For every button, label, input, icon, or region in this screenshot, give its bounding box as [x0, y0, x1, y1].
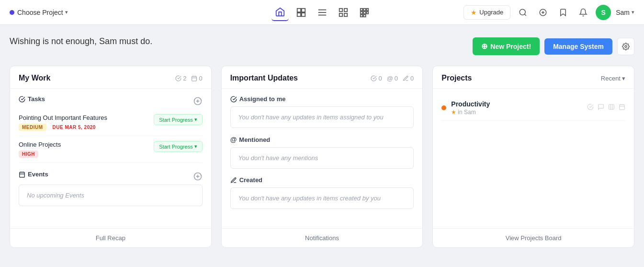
page-header: Wishing is not enough, Sam must do. ⊕ Ne… [10, 36, 634, 56]
svg-rect-21 [363, 14, 366, 17]
task-info: Pointing Out Important Features MEDIUM D… [19, 114, 107, 131]
chevron-down-small-icon: ▾ [194, 116, 197, 123]
my-work-title: My Work [19, 74, 50, 82]
recent-dropdown-button[interactable]: Recent ▾ [601, 75, 625, 82]
updates-mention-count: @ 0 [387, 75, 398, 82]
project-color-dot [441, 105, 446, 110]
gear-icon [622, 43, 630, 50]
nav-home-button[interactable] [271, 4, 289, 21]
calendar-icon [191, 75, 197, 81]
important-updates-title: Important Updates [230, 74, 298, 82]
avatar[interactable]: S [596, 5, 611, 20]
high-badge: HIGH [19, 151, 38, 158]
medium-badge: MEDIUM [19, 124, 46, 131]
created-empty-box: You don't have any updates in items crea… [230, 187, 414, 209]
nav-list-button[interactable] [314, 4, 331, 21]
choose-project-label[interactable]: Choose Project ▾ [17, 9, 68, 16]
projects-card: Projects Recent ▾ Productivity ★ in Sam [432, 66, 634, 248]
bookmark-button[interactable] [555, 5, 571, 20]
tasks-section-title: Tasks [19, 95, 45, 103]
project-selector[interactable]: Choose Project ▾ [10, 9, 68, 16]
svg-rect-2 [297, 12, 300, 16]
svg-rect-0 [297, 8, 300, 12]
nav-grid3-button[interactable] [335, 4, 352, 21]
chevron-down-small-icon: ▾ [194, 143, 197, 150]
important-updates-card: Important Updates 0 @ 0 0 [221, 66, 423, 248]
important-updates-header: Important Updates 0 @ 0 0 [222, 66, 423, 89]
project-actions [587, 104, 625, 112]
project-check-icon[interactable] [587, 104, 594, 112]
project-calendar-icon[interactable] [619, 104, 625, 112]
user-chevron-icon: ▾ [632, 9, 634, 15]
svg-rect-42 [609, 104, 614, 110]
nav-grid2-button[interactable] [293, 4, 310, 21]
created-edit-icon [230, 177, 237, 184]
star-icon: ★ [471, 9, 477, 16]
search-button[interactable] [515, 5, 531, 20]
project-columns-icon[interactable] [608, 104, 615, 112]
svg-rect-20 [360, 14, 362, 17]
new-project-button[interactable]: ⊕ New Project! [473, 37, 540, 55]
svg-rect-28 [192, 76, 197, 81]
svg-rect-3 [301, 12, 305, 16]
notifications-button[interactable]: Notifications [222, 228, 423, 247]
my-work-card: My Work 2 0 Tasks [10, 66, 212, 248]
project-star-icon: ★ [451, 109, 456, 116]
header-actions: ⊕ New Project! Manage System [473, 37, 634, 55]
add-event-icon[interactable] [193, 172, 203, 181]
at-mention-icon: @ [230, 136, 237, 143]
assigned-empty-box: You don't have any updates in items assi… [230, 106, 414, 128]
assigned-check-icon [230, 96, 237, 103]
project-chat-icon[interactable] [598, 104, 604, 112]
manage-system-button[interactable]: Manage System [544, 38, 612, 55]
events-section-title: Events [19, 171, 48, 178]
greeting-text: Wishing is not enough, Sam must do. [10, 36, 152, 46]
completed-count: 2 [175, 75, 186, 82]
settings-button[interactable] [617, 38, 634, 55]
start-progress-button-1[interactable]: Start Progress ▾ [154, 114, 202, 125]
nav-grid4-button[interactable] [356, 4, 373, 21]
task-name: Online Projects [19, 141, 61, 148]
nav-icons-center [271, 4, 373, 21]
recent-chevron-icon: ▾ [622, 75, 625, 82]
my-work-body: Tasks Pointing Out Important Features ME… [10, 89, 211, 228]
notification-bell-button[interactable] [576, 5, 591, 20]
svg-rect-18 [363, 12, 366, 14]
svg-rect-14 [360, 8, 362, 11]
projects-title: Projects [441, 74, 472, 82]
my-work-header: My Work 2 0 [10, 66, 211, 89]
created-section-title: Created [230, 176, 414, 184]
svg-point-27 [625, 46, 627, 47]
svg-rect-13 [344, 13, 347, 16]
tasks-section-header: Tasks [19, 95, 203, 106]
svg-rect-15 [363, 8, 366, 11]
task-name: Pointing Out Important Features [19, 114, 107, 121]
view-projects-board-button[interactable]: View Projects Board [433, 228, 634, 247]
task-item: Online Projects HIGH Start Progress ▾ [19, 136, 203, 163]
updates-edit-count: 0 [403, 75, 414, 82]
chevron-down-icon: ▾ [65, 9, 68, 15]
assigned-section-title: Assigned to me [230, 95, 414, 103]
add-task-icon[interactable] [193, 96, 203, 106]
task-item: Pointing Out Important Features MEDIUM D… [19, 109, 203, 136]
projects-header: Projects Recent ▾ [433, 66, 634, 89]
mentioned-empty-box: You don't have any mentions [230, 147, 414, 169]
full-recap-button[interactable]: Full Recap [10, 228, 211, 247]
start-progress-button-2[interactable]: Start Progress ▾ [154, 141, 202, 152]
updates-check-count: 0 [371, 75, 382, 82]
project-item: Productivity ★ in Sam [441, 95, 625, 121]
cards-grid: My Work 2 0 Tasks [10, 66, 634, 248]
top-navigation: Choose Project ▾ ★ Upgrade [0, 0, 644, 25]
svg-rect-19 [366, 12, 368, 14]
updates-meta: 0 @ 0 0 [371, 75, 414, 82]
upgrade-button[interactable]: ★ Upgrade [463, 5, 510, 20]
important-updates-body: Assigned to me You don't have any update… [222, 89, 423, 228]
calendar-events-icon [19, 171, 25, 178]
project-details: Productivity ★ in Sam [451, 100, 490, 116]
svg-rect-45 [620, 104, 625, 110]
check-circle-icon [175, 75, 181, 81]
add-button[interactable] [535, 5, 551, 20]
user-name-label[interactable]: Sam ▾ [616, 9, 634, 16]
projects-body: Productivity ★ in Sam [433, 89, 634, 228]
tasks-check-icon [19, 96, 25, 103]
